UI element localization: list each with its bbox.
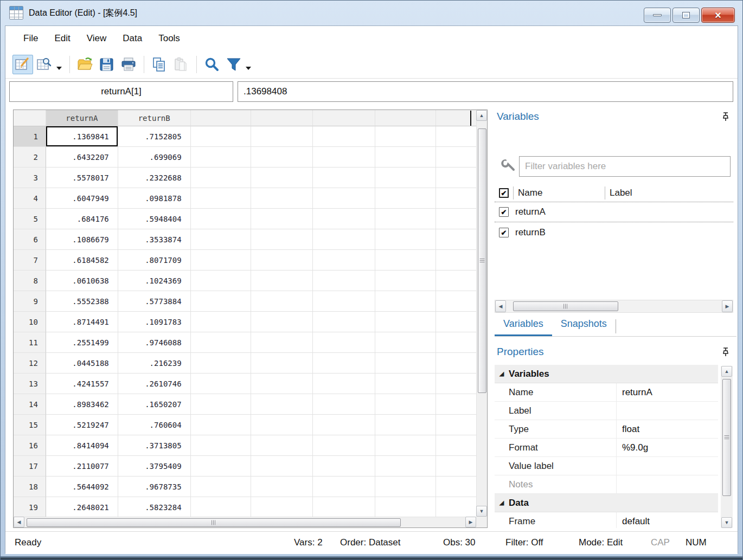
scroll-left-button[interactable]: ◀ <box>495 300 506 312</box>
grid-cell[interactable] <box>436 312 477 332</box>
grid-cell[interactable] <box>191 477 251 497</box>
grid-cell[interactable]: .0610638 <box>46 271 118 291</box>
grid-cell[interactable]: .1369841 <box>46 126 118 147</box>
scrollbar-thumb[interactable] <box>478 128 486 393</box>
grid-cell[interactable]: .9678735 <box>118 477 191 497</box>
row-number[interactable]: 19 <box>14 497 46 517</box>
grid-cell[interactable]: .2610746 <box>118 374 191 394</box>
grid-cell[interactable] <box>436 147 477 168</box>
copy-button[interactable] <box>149 55 170 74</box>
grid-cell[interactable] <box>375 353 436 374</box>
minimize-button[interactable] <box>644 8 671 23</box>
variables-horizontal-scrollbar[interactable]: ◀ ▶ <box>495 300 733 313</box>
scroll-down-button[interactable]: ▼ <box>721 517 732 528</box>
grid-cell[interactable] <box>436 435 477 456</box>
grid-cell[interactable] <box>313 394 375 415</box>
grid-cell[interactable] <box>313 188 375 209</box>
column-header-returnA[interactable]: returnA <box>46 110 118 126</box>
grid-cell[interactable]: .6432207 <box>46 147 118 168</box>
grid-cell[interactable]: .2110077 <box>46 456 118 477</box>
grid-cell[interactable] <box>313 209 375 229</box>
grid-cell[interactable] <box>375 477 436 497</box>
variable-checkbox[interactable]: ✔ <box>499 228 509 237</box>
property-value[interactable]: returnA <box>617 383 718 401</box>
grid-cell[interactable]: .4241557 <box>46 374 118 394</box>
mode-dropdown-caret[interactable] <box>56 67 62 70</box>
scrollbar-thumb[interactable] <box>513 301 618 311</box>
grid-cell[interactable] <box>251 168 313 188</box>
properties-vertical-scrollbar[interactable]: ▲ ▼ <box>721 366 733 528</box>
scroll-right-button[interactable]: ▶ <box>465 517 476 527</box>
grid-cell[interactable] <box>191 188 251 209</box>
grid-cell[interactable]: .2322688 <box>118 168 191 188</box>
scrollbar-thumb[interactable] <box>27 518 401 527</box>
row-number[interactable]: 12 <box>14 353 46 374</box>
row-number[interactable]: 5 <box>14 209 46 229</box>
grid-cell[interactable] <box>313 456 375 477</box>
grid-cell[interactable]: .684176 <box>46 209 118 229</box>
menu-item-file[interactable]: File <box>15 30 46 47</box>
grid-cell[interactable] <box>375 435 436 456</box>
grid-cell[interactable] <box>436 456 477 477</box>
restore-button[interactable] <box>672 8 700 23</box>
grid-cell[interactable] <box>375 374 436 394</box>
grid-cell[interactable]: .8071709 <box>118 250 191 271</box>
grid-cell[interactable] <box>191 168 251 188</box>
grid-cell[interactable] <box>191 374 251 394</box>
filter-button[interactable] <box>223 55 244 74</box>
grid-cell[interactable] <box>251 126 313 147</box>
row-number[interactable]: 9 <box>14 291 46 312</box>
grid-cell[interactable]: .5948404 <box>118 209 191 229</box>
grid-cell[interactable] <box>191 209 251 229</box>
cell-value-box[interactable]: .13698408 <box>238 81 733 102</box>
grid-cell[interactable] <box>375 394 436 415</box>
grid-cell[interactable]: .5644092 <box>46 477 118 497</box>
grid-cell[interactable] <box>375 229 436 250</box>
grid-cell[interactable] <box>313 497 375 517</box>
grid-cell[interactable] <box>313 147 375 168</box>
column-header-empty[interactable] <box>251 110 313 126</box>
grid-cell[interactable]: .7152805 <box>118 126 191 147</box>
menu-item-view[interactable]: View <box>79 30 115 47</box>
grid-cell[interactable] <box>436 374 477 394</box>
row-number[interactable]: 3 <box>14 168 46 188</box>
grid-cell[interactable] <box>251 435 313 456</box>
wrench-icon[interactable] <box>501 158 516 176</box>
grid-cell[interactable] <box>436 332 477 353</box>
label-column-header[interactable]: Label <box>610 188 632 198</box>
column-header-empty[interactable] <box>375 110 436 126</box>
grid-cell[interactable] <box>436 415 477 435</box>
grid-cell[interactable] <box>191 456 251 477</box>
row-number[interactable]: 15 <box>14 415 46 435</box>
menu-item-data[interactable]: Data <box>114 30 150 47</box>
grid-cell[interactable] <box>191 312 251 332</box>
grid-cell[interactable] <box>436 250 477 271</box>
grid-cell[interactable] <box>251 209 313 229</box>
row-number[interactable]: 10 <box>14 312 46 332</box>
grid-cell[interactable] <box>375 332 436 353</box>
grid-cell[interactable]: .0981878 <box>118 188 191 209</box>
variable-checkbox[interactable]: ✔ <box>499 207 509 217</box>
grid-cell[interactable] <box>191 271 251 291</box>
grid-cell[interactable] <box>251 374 313 394</box>
filter-dropdown-caret[interactable] <box>246 67 251 70</box>
scroll-right-button[interactable]: ▶ <box>722 300 733 312</box>
row-number[interactable]: 14 <box>14 394 46 415</box>
grid-cell[interactable] <box>251 353 313 374</box>
grid-cell[interactable] <box>191 126 251 147</box>
grid-cell[interactable] <box>251 332 313 353</box>
grid-cell[interactable] <box>251 456 313 477</box>
grid-cell[interactable] <box>436 477 477 497</box>
property-value[interactable]: float <box>617 420 718 438</box>
grid-vertical-scrollbar[interactable]: ▲ ▼ <box>476 110 487 517</box>
grid-cell[interactable] <box>191 147 251 168</box>
open-button[interactable] <box>75 55 95 74</box>
row-number[interactable]: 2 <box>14 147 46 168</box>
row-number[interactable]: 13 <box>14 374 46 394</box>
row-number[interactable]: 6 <box>14 229 46 250</box>
grid-cell[interactable] <box>375 209 436 229</box>
grid-cell[interactable] <box>436 188 477 209</box>
grid-cell[interactable] <box>313 312 375 332</box>
grid-cell[interactable] <box>375 271 436 291</box>
save-button[interactable] <box>97 55 117 74</box>
